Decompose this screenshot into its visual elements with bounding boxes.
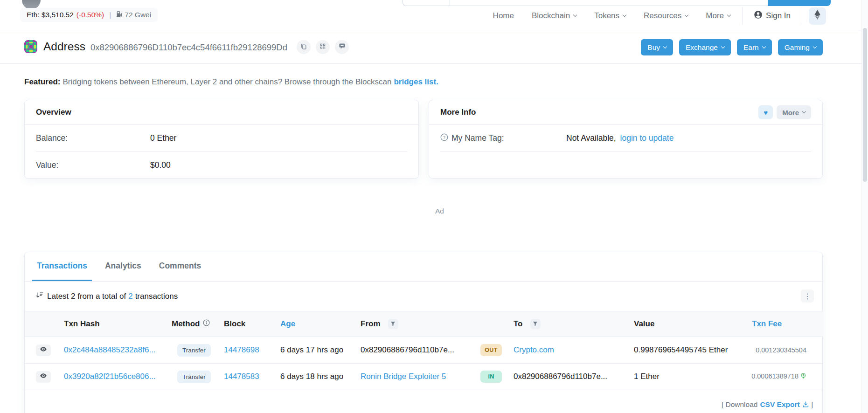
from-address: 0x82906886796d110b7e... xyxy=(361,345,454,355)
chevron-down-icon xyxy=(813,44,817,48)
address-value: 0x82906886796D110b7ec4c54f6611fb29128699… xyxy=(90,42,287,53)
tab-analytics[interactable]: Analytics xyxy=(100,252,146,281)
copy-address-button[interactable] xyxy=(297,40,311,54)
download-icon[interactable] xyxy=(802,400,809,408)
eth-network-button[interactable] xyxy=(809,7,826,25)
to-cell: 0x82906886796d110b7e... xyxy=(506,364,622,390)
col-value: Value xyxy=(622,311,741,337)
tab-transactions[interactable]: Transactions xyxy=(32,252,92,281)
heart-icon: ♥ xyxy=(764,109,768,117)
address-actions xyxy=(297,40,349,54)
login-to-update-link[interactable]: login to update xyxy=(620,133,674,143)
direction-cell: IN xyxy=(469,364,506,390)
question-circle-icon: ? xyxy=(440,133,448,144)
more-info-title: More Info xyxy=(440,108,476,117)
overview-title: Overview xyxy=(25,100,418,125)
address-identicon xyxy=(24,40,37,53)
eth-price-box: Eth: $3,510.52 (-0.50%) | 72 Gwei xyxy=(20,8,158,22)
chevron-down-icon xyxy=(623,13,626,17)
table-options-button[interactable]: ⋮ xyxy=(801,289,814,303)
more-dropdown-button[interactable]: More xyxy=(777,105,811,119)
table-header-row: Txn Hash Method Block Age From To Value … xyxy=(25,311,823,337)
to-cell: Crypto.com xyxy=(506,337,622,364)
scrollbar-thumb[interactable] xyxy=(863,28,867,182)
chevron-down-icon xyxy=(663,44,667,48)
method-cell: Transfer xyxy=(172,364,224,390)
nav-divider xyxy=(742,7,743,25)
value-value: $0.00 xyxy=(150,160,171,170)
to-filter-button[interactable] xyxy=(530,319,541,329)
main-navigation: Home Blockchain Tokens Resources More Si… xyxy=(484,7,826,25)
value-label: Value: xyxy=(36,160,150,170)
search-bar[interactable] xyxy=(403,0,831,6)
gas-price[interactable]: 72 Gwei xyxy=(116,11,151,19)
tab-comments[interactable]: Comments xyxy=(154,252,206,281)
ad-placeholder: Ad xyxy=(435,207,444,215)
transactions-summary: Latest 2 from a total of 2 transactions … xyxy=(25,282,822,311)
block-link[interactable]: 14478698 xyxy=(224,345,259,354)
copy-icon xyxy=(300,43,307,52)
value-row: Value: $0.00 xyxy=(25,152,418,179)
summary-prefix: Latest 2 from a total of xyxy=(47,292,126,301)
etherscan-address-page: Eth: $3,510.52 (-0.50%) | 72 Gwei Home B… xyxy=(0,0,868,413)
csv-export-row: [ DownloadCSV Export] xyxy=(25,400,822,409)
overview-card: Overview Balance: 0 Ether Value: $0.00 xyxy=(24,100,419,179)
sign-in-button[interactable]: Sign In xyxy=(745,10,799,21)
address-divider xyxy=(0,63,868,64)
direction-badge: OUT xyxy=(480,344,502,356)
funnel-icon xyxy=(390,319,396,329)
txn-fee-cell: 0.00061389718 $ xyxy=(741,364,823,390)
bridges-list-link[interactable]: bridges list. xyxy=(394,77,438,86)
preview-button[interactable] xyxy=(36,344,51,356)
gas-saver-bulb-icon[interactable]: $ xyxy=(800,372,806,381)
ethereum-icon xyxy=(814,10,820,22)
balance-value: 0 Ether xyxy=(150,133,176,143)
chevron-down-icon xyxy=(721,44,725,48)
nav-home[interactable]: Home xyxy=(484,11,523,21)
preview-button[interactable] xyxy=(36,371,51,383)
txn-hash-link[interactable]: 0x2c484a88485232a8f6... xyxy=(64,345,156,355)
featured-banner: Featured:Bridging tokens between Ethereu… xyxy=(24,77,438,87)
funnel-icon xyxy=(533,319,538,329)
nav-resources[interactable]: Resources xyxy=(635,11,697,21)
from-filter-button[interactable] xyxy=(388,319,398,329)
col-from: From xyxy=(353,311,469,337)
gaming-button[interactable]: Gaming xyxy=(778,39,823,55)
csv-export-link[interactable]: CSV Export xyxy=(760,400,799,408)
nav-tokens[interactable]: Tokens xyxy=(585,11,635,21)
transactions-card: Transactions Analytics Comments Latest 2… xyxy=(24,252,823,413)
earn-button[interactable]: Earn xyxy=(737,39,772,55)
qr-code-button[interactable] xyxy=(316,40,330,54)
exchange-button[interactable]: Exchange xyxy=(679,39,731,55)
sort-icon xyxy=(36,291,47,301)
eye-icon xyxy=(40,345,47,355)
table-row: 0x3920a82f21b56ce806... Transfer 1447858… xyxy=(25,364,823,390)
buy-button[interactable]: Buy xyxy=(641,39,673,55)
nav-more[interactable]: More xyxy=(697,11,739,21)
age-cell: 6 days 18 hrs ago xyxy=(272,364,353,390)
txn-hash-link[interactable]: 0x3920a82f21b56ce806... xyxy=(64,372,156,381)
col-txn-fee[interactable]: Txn Fee xyxy=(741,311,823,337)
transactions-table: Txn Hash Method Block Age From To Value … xyxy=(25,311,823,390)
nav-blockchain[interactable]: Blockchain xyxy=(523,11,585,21)
balance-row: Balance: 0 Ether xyxy=(25,125,418,151)
favorite-button[interactable]: ♥ xyxy=(758,105,773,119)
age-cell: 6 days 17 hrs ago xyxy=(272,337,353,364)
featured-text: Bridging tokens between Ethereum, Layer … xyxy=(62,77,391,86)
block-link[interactable]: 14478583 xyxy=(224,372,259,381)
name-tag-value: Not Available, login to update xyxy=(566,133,674,143)
value-cell: 0.998769654495745 Ether xyxy=(622,337,741,364)
col-age[interactable]: Age xyxy=(272,311,353,337)
info-circle-icon[interactable] xyxy=(203,319,210,329)
chevron-down-icon xyxy=(802,110,806,113)
comment-button[interactable] xyxy=(335,40,349,54)
more-info-card: More Info ♥ More ? My Name Tag: Not Avai… xyxy=(429,100,823,179)
to-address-link[interactable]: Crypto.com xyxy=(514,345,554,355)
vertical-scrollbar[interactable] xyxy=(861,0,868,413)
transaction-count-link[interactable]: 2 xyxy=(128,292,132,301)
eye-icon xyxy=(40,372,47,382)
from-address-link[interactable]: Ronin Bridge Exploiter 5 xyxy=(361,372,446,381)
more-info-header: More Info ♥ More xyxy=(429,100,822,125)
balance-label: Balance: xyxy=(36,133,150,143)
search-button[interactable] xyxy=(768,0,831,6)
